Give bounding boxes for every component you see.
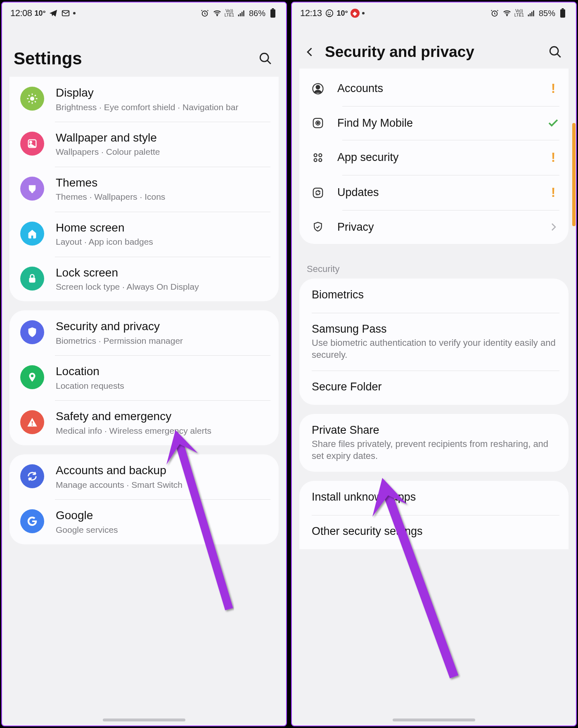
svg-rect-21 — [528, 14, 529, 16]
settings-row-safety[interactable]: Safety and emergency Medical info · Wire… — [9, 400, 279, 445]
settings-row-display[interactable]: Display Brightness · Eye comfort shield … — [9, 77, 279, 122]
row-subtitle: Share files privately, prevent recipient… — [312, 438, 556, 462]
svg-rect-6 — [243, 10, 244, 16]
settings-group: Accounts and backup Manage accounts · Sm… — [9, 454, 279, 544]
status-time: 12:13 — [300, 8, 322, 19]
svg-rect-37 — [313, 188, 323, 197]
more-dot-icon — [73, 12, 76, 14]
alarm-icon — [490, 8, 500, 18]
row-label: Updates — [337, 186, 535, 199]
gesture-handle — [103, 719, 185, 721]
row-subtitle: Biometrics · Permission manager — [56, 335, 270, 346]
svg-rect-25 — [560, 9, 565, 17]
settings-row-themes[interactable]: Themes Themes · Wallpapers · Icons — [9, 167, 279, 212]
battery-icon — [268, 8, 278, 18]
search-button[interactable] — [256, 50, 275, 68]
security-row-updates[interactable]: Updates ! — [299, 175, 569, 210]
svg-point-29 — [316, 85, 320, 89]
findmy-icon — [311, 116, 325, 130]
row-subtitle: Themes · Wallpapers · Icons — [56, 191, 270, 202]
svg-rect-24 — [533, 10, 534, 16]
svg-rect-22 — [530, 13, 531, 17]
security-row-privacy[interactable]: Privacy — [299, 210, 569, 244]
battery-icon — [558, 8, 568, 18]
svg-point-34 — [319, 154, 322, 156]
settings-row-home[interactable]: Home screen Layout · App icon badges — [9, 212, 279, 257]
themes-icon — [20, 177, 44, 201]
svg-rect-13 — [31, 189, 33, 193]
security-row-privateshare[interactable]: Private ShareShare files privately, prev… — [299, 414, 569, 472]
security-card-1: BiometricsSamsung PassUse biometric auth… — [299, 279, 569, 405]
row-indicator: ! — [547, 81, 559, 96]
row-label: App security — [337, 151, 535, 164]
row-title: Lock screen — [56, 266, 270, 280]
row-label: Privacy — [337, 221, 535, 234]
svg-point-9 — [260, 53, 268, 61]
volte-icon: Vo))LTE1 — [225, 9, 234, 17]
back-button[interactable] — [302, 44, 318, 60]
signal-icon — [237, 8, 246, 18]
settings-row-lock[interactable]: Lock screen Screen lock type · Always On… — [9, 257, 279, 302]
row-subtitle: Use biometric authentication to verify y… — [312, 337, 556, 361]
svg-rect-7 — [270, 9, 275, 17]
svg-rect-16 — [32, 421, 33, 424]
security-row-findmy[interactable]: Find My Mobile — [299, 106, 569, 140]
settings-row-location[interactable]: Location Location requests — [9, 355, 279, 400]
telegram-icon — [48, 8, 58, 18]
home-icon — [20, 222, 44, 246]
accounts-icon — [311, 82, 325, 96]
settings-group: Display Brightness · Eye comfort shield … — [9, 77, 279, 301]
alarm-icon — [200, 8, 210, 18]
svg-point-33 — [314, 154, 317, 156]
settings-row-security[interactable]: Security and privacy Biometrics · Permis… — [9, 310, 279, 355]
status-bar: 12:08 10° Vo))LTE1 86% — [2, 2, 286, 24]
volte-icon: Vo))LTE1 — [514, 9, 524, 17]
settings-row-wallpaper[interactable]: Wallpaper and style Wallpapers · Colour … — [9, 122, 279, 167]
row-indicator: ! — [547, 185, 559, 200]
security-row-unknownapps[interactable]: Install unknown apps — [299, 481, 569, 515]
location-icon — [20, 365, 44, 389]
google-icon — [20, 509, 44, 533]
security-row-accounts[interactable]: Accounts ! — [299, 71, 569, 106]
row-label: Accounts — [337, 82, 535, 95]
phone-security: 12:13 10° ◆ Vo))LTE1 85% Security and pr… — [291, 2, 577, 726]
row-title: Accounts and backup — [56, 463, 270, 477]
row-title: Google — [56, 508, 270, 522]
row-indicator — [547, 117, 559, 129]
row-subtitle: Wallpapers · Colour palette — [56, 146, 270, 157]
svg-point-2 — [217, 15, 218, 16]
status-temp: 10° — [337, 9, 348, 18]
svg-point-17 — [32, 425, 33, 426]
security-row-appsec[interactable]: App security ! — [299, 140, 569, 175]
settings-row-accounts[interactable]: Accounts and backup Manage accounts · Sm… — [9, 454, 279, 499]
header: Settings — [2, 24, 286, 78]
settings-group: Security and privacy Biometrics · Permis… — [9, 310, 279, 445]
row-title: Location — [56, 364, 270, 378]
security-row-samsungpass[interactable]: Samsung PassUse biometric authentication… — [299, 313, 569, 371]
status-temp: 10° — [35, 9, 46, 18]
page-title: Security and privacy — [325, 43, 546, 61]
svg-rect-3 — [238, 14, 239, 16]
safety-icon — [20, 410, 44, 434]
whatsapp-icon — [325, 8, 334, 18]
row-indicator — [547, 222, 559, 232]
phone-settings: 12:08 10° Vo))LTE1 86% Settings Display … — [1, 2, 287, 726]
svg-point-18 — [326, 10, 333, 17]
security-row-biometrics[interactable]: Biometrics — [299, 279, 569, 313]
scroll-indicator — [572, 123, 576, 226]
accounts-icon — [20, 464, 44, 488]
svg-rect-23 — [531, 12, 533, 17]
row-subtitle: Google services — [56, 524, 270, 535]
security-row-securefolder[interactable]: Secure Folder — [299, 371, 569, 405]
row-title: Safety and emergency — [56, 409, 270, 423]
row-title: Themes — [56, 176, 270, 190]
settings-row-google[interactable]: Google Google services — [9, 499, 279, 544]
search-button[interactable] — [546, 43, 564, 61]
row-subtitle: Location requests — [56, 380, 270, 391]
svg-point-27 — [550, 47, 558, 55]
svg-point-32 — [317, 122, 319, 124]
appsec-icon — [311, 151, 325, 165]
security-row-othersec[interactable]: Other security settings — [299, 515, 569, 549]
notification-icon: ◆ — [351, 9, 360, 18]
row-title: Private Share — [312, 424, 556, 437]
